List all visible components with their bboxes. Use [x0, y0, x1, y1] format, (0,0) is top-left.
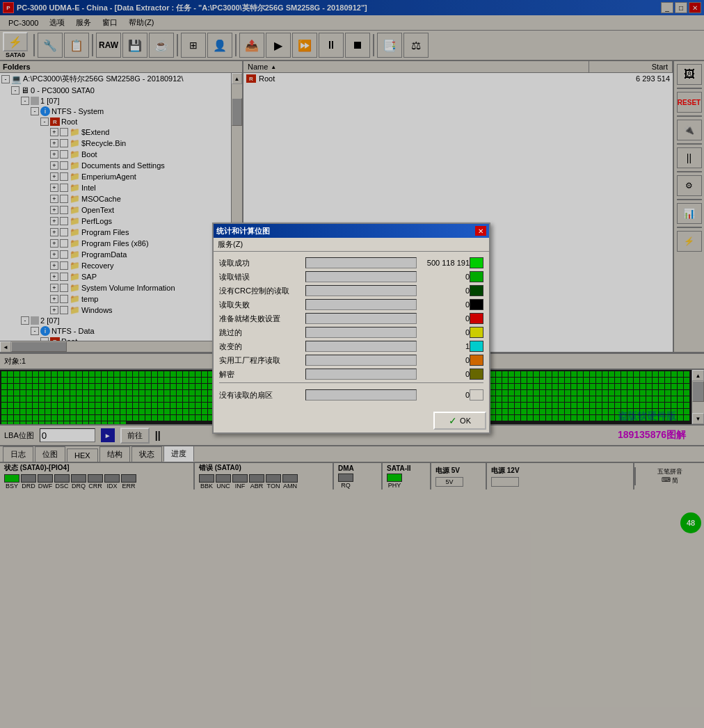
- bar-changed-fill: [306, 341, 307, 351]
- dialog-separator: [219, 382, 483, 387]
- color-skipped: [470, 327, 483, 338]
- dialog-overlay: 统计和计算位图 ✕ 服务(Z) 读取成功 500 118 191 读取错误: [0, 0, 704, 728]
- bar-nocrc: [305, 285, 417, 296]
- color-fail: [470, 299, 483, 310]
- dialog-row-success: 读取成功 500 118 191: [219, 257, 483, 268]
- dialog-row-error: 读取错误 0: [219, 271, 483, 282]
- color-error: [470, 271, 483, 282]
- dialog-row-ready-fail: 准备就绪失败设置 0: [219, 313, 483, 324]
- dialog-content: 读取成功 500 118 191 读取错误 0 没有CRC控制的读取: [214, 252, 489, 409]
- color-changed: [470, 341, 483, 352]
- dialog-row-factory: 实用工厂程序读取 0: [219, 355, 483, 366]
- dialog-row-decrypt: 解密 0: [219, 369, 483, 380]
- ok-checkmark: ✓: [449, 415, 457, 426]
- dialog-ok-button[interactable]: ✓ OK: [433, 412, 486, 430]
- dialog-row-nocrc: 没有CRC控制的读取 0: [219, 285, 483, 296]
- dialog-title: 统计和计算位图 ✕: [214, 224, 489, 238]
- bar-fail: [305, 299, 417, 310]
- bar-success-fill: [306, 258, 410, 268]
- bar-unread: [305, 389, 417, 401]
- color-ready-fail: [470, 313, 483, 324]
- dialog-row-changed: 改变的 1: [219, 341, 483, 352]
- color-success: [470, 257, 483, 268]
- bar-decrypt: [305, 369, 417, 380]
- dialog-row-fail: 读取失败 0: [219, 299, 483, 310]
- bar-skipped: [305, 327, 417, 338]
- bar-changed: [305, 341, 417, 352]
- stats-dialog: 统计和计算位图 ✕ 服务(Z) 读取成功 500 118 191 读取错误: [212, 223, 490, 434]
- dialog-close-button[interactable]: ✕: [475, 226, 486, 236]
- dialog-row-skipped: 跳过的 0: [219, 327, 483, 338]
- color-decrypt: [470, 369, 483, 380]
- color-unread: [470, 389, 483, 401]
- dialog-menu[interactable]: 服务(Z): [214, 238, 489, 252]
- color-nocrc: [470, 285, 483, 296]
- bar-ready-fail: [305, 313, 417, 324]
- bar-error: [305, 271, 417, 282]
- bar-success: [305, 257, 417, 268]
- color-factory: [470, 355, 483, 366]
- dialog-row-unread: 没有读取的扇区 0: [219, 389, 483, 401]
- dialog-btn-row: ✓ OK: [214, 409, 489, 432]
- bar-factory: [305, 355, 417, 366]
